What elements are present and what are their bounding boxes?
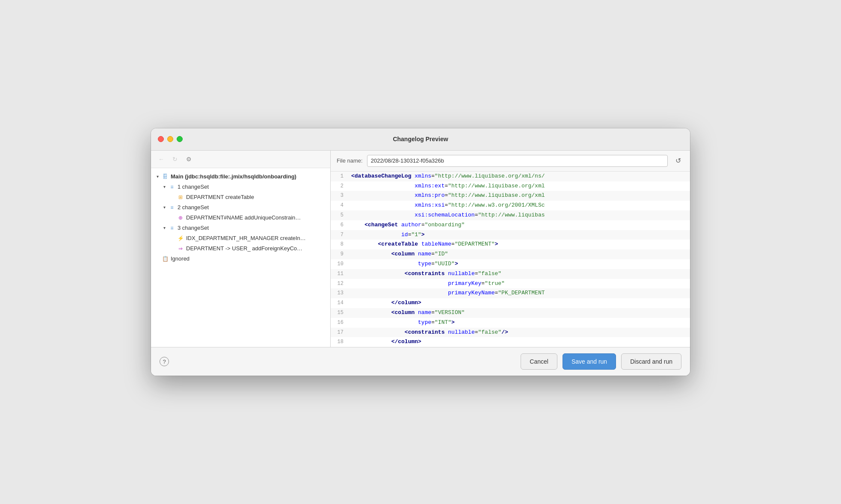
tree-item-ignored[interactable]: 📋 Ignored [151,254,330,264]
tree-item-label: Main (jdbc:hsqldb:file:.jmix/hsqldb/onbo… [171,173,296,180]
line-content: type="UUID"> [348,259,690,269]
spacer-icon [170,194,176,200]
tree-area: ▾ 🗄 Main (jdbc:hsqldb:file:.jmix/hsqldb/… [151,168,330,347]
code-line: 17 <constraints nullable="false"/> [331,328,690,338]
tree-item-label: DEPARTMENT -> USER_ addForeignKeyCo… [186,245,302,252]
cancel-button[interactable]: Cancel [521,353,557,370]
code-line: 4 xmlns:xsi="http://www.w3.org/2001/XMLS… [331,201,690,210]
code-line: 11 <constraints nullable="false" [331,269,690,279]
tree-item-department-create[interactable]: ⊞ DEPARTMENT createTable [151,192,330,202]
line-number: 15 [331,308,348,317]
file-name-input[interactable] [367,155,668,167]
bottom-bar: ? Cancel Save and run Discard and run [151,347,690,376]
tree-item-idx-dept-hr[interactable]: ⚡ IDX_DEPARTMENT_HR_MANAGER createIn… [151,233,330,243]
line-content: xmlns:ext="http://www.liquibase.org/xml [348,181,690,191]
tree-item-changeset2[interactable]: ▾ ≡ 2 changeSet [151,202,330,213]
line-content: <constraints nullable="false"/> [348,328,690,338]
line-number: 13 [331,288,348,297]
spacer-icon [170,246,176,252]
line-number: 7 [331,230,348,239]
code-line: 16 type="INT"> [331,318,690,328]
fk-icon: ⇒ [177,245,184,252]
line-content: <changeSet author="onboarding" [348,220,690,230]
tree-item-label: Ignored [171,255,190,262]
line-content: type="INT"> [348,318,690,328]
chevron-icon: ▾ [161,184,167,190]
save-and-run-button[interactable]: Save and run [563,353,616,370]
help-button[interactable]: ? [160,357,169,366]
chevron-icon: ▾ [154,174,160,180]
window-title: Changelog Preview [393,136,448,142]
traffic-lights [158,136,183,142]
line-number: 1 [331,172,348,181]
code-line: 14 </column> [331,298,690,308]
line-number: 10 [331,259,348,268]
discard-and-run-button[interactable]: Discard and run [621,353,681,370]
database-icon: 🗄 [161,173,169,181]
line-number: 16 [331,318,348,327]
chevron-icon: ▾ [161,205,167,210]
line-content: id="1"> [348,230,690,240]
code-line: 10 type="UUID"> [331,259,690,269]
line-number: 3 [331,191,348,200]
tree-item-dept-user-fk[interactable]: ⇒ DEPARTMENT -> USER_ addForeignKeyCo… [151,243,330,254]
code-line: 3 xmlns:pro="http://www.liquibase.org/xm… [331,191,690,201]
back-icon: ← [158,156,164,163]
spacer-icon [170,215,176,221]
tree-item-label: DEPARTMENT#NAME addUniqueConstrain… [186,214,301,221]
close-button[interactable] [158,136,164,142]
code-line: 7 id="1"> [331,230,690,240]
reset-icon: ↺ [675,157,681,165]
minimize-button[interactable] [167,136,173,142]
left-panel: ← ↻ ⚙ ▾ 🗄 Main (jdbc:hsqldb:file:.jmix/h… [151,151,331,347]
line-number: 5 [331,210,348,219]
file-name-label: File name: [337,157,363,164]
code-line: 5 xsi:schemaLocation="http://www.liquiba… [331,210,690,220]
code-line: 8 <createTable tableName="DEPARTMENT"> [331,240,690,249]
line-content: primaryKeyName="PK_DEPARTMENT [348,288,690,298]
line-number: 11 [331,269,348,278]
changeset-icon: ≡ [168,183,176,191]
line-content: <createTable tableName="DEPARTMENT"> [348,240,690,249]
line-number: 18 [331,337,348,346]
line-number: 12 [331,279,348,288]
tree-item-main[interactable]: ▾ 🗄 Main (jdbc:hsqldb:file:.jmix/hsqldb/… [151,172,330,182]
line-content: xmlns:pro="http://www.liquibase.org/xml [348,191,690,201]
settings-button[interactable]: ⚙ [184,154,194,164]
spacer-icon [154,256,160,262]
tree-item-changeset1[interactable]: ▾ ≡ 1 changeSet [151,182,330,192]
code-area: 1 <databaseChangeLog xmlns="http://www.l… [331,172,690,347]
titlebar: Changelog Preview [151,128,690,151]
chevron-icon: ▾ [161,225,167,231]
code-line: 2 xmlns:ext="http://www.liquibase.org/xm… [331,181,690,191]
forward-button[interactable]: ↻ [170,154,180,164]
line-content: <column name="ID" [348,249,690,259]
code-line: 9 <column name="ID" [331,249,690,259]
back-button[interactable]: ← [156,154,166,164]
tree-item-label: DEPARTMENT createTable [186,194,254,200]
code-line: 15 <column name="VERSION" [331,308,690,318]
tree-item-dept-name-constraint[interactable]: ⊕ DEPARTMENT#NAME addUniqueConstrain… [151,213,330,223]
line-number: 6 [331,220,348,229]
question-mark-icon: ? [163,359,166,365]
tree-item-changeset3[interactable]: ▾ ≡ 3 changeSet [151,223,330,233]
file-header: File name: ↺ [331,151,690,172]
code-line: 6 <changeSet author="onboarding" [331,220,690,230]
line-content: <databaseChangeLog xmlns="http://www.liq… [348,172,690,181]
code-line: 13 primaryKeyName="PK_DEPARTMENT [331,288,690,298]
reset-button[interactable]: ↺ [672,155,684,167]
right-panel: File name: ↺ 1 <databaseChangeLog xmlns=… [331,151,690,347]
line-content: xmlns:xsi="http://www.w3.org/2001/XMLSc [348,201,690,210]
tree-item-label: 1 changeSet [178,184,209,190]
line-content: </column> [348,337,690,347]
line-number: 4 [331,201,348,210]
constraint-icon: ⊕ [177,214,184,222]
gear-icon: ⚙ [186,156,192,163]
tree-item-label: 3 changeSet [178,225,209,231]
line-number: 8 [331,240,348,249]
bottom-actions: Cancel Save and run Discard and run [521,353,681,370]
code-line: 1 <databaseChangeLog xmlns="http://www.l… [331,172,690,181]
line-content: <column name="VERSION" [348,308,690,318]
changeset-icon: ≡ [168,204,176,211]
maximize-button[interactable] [177,136,183,142]
